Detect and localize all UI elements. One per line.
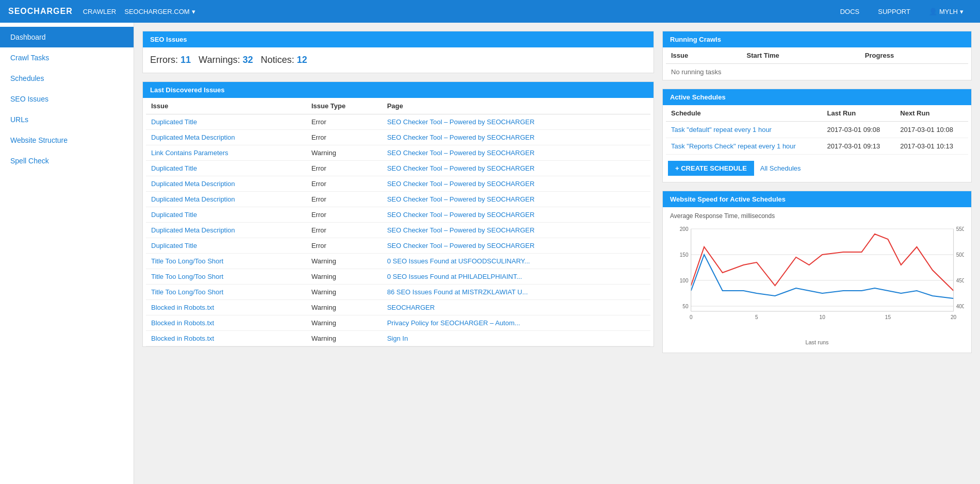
table-row: Duplicated Meta Description Error SEO Ch… <box>146 223 650 238</box>
sidebar-item-website-structure[interactable]: Website Structure <box>0 130 134 151</box>
chevron-down-icon: ▾ <box>960 8 963 15</box>
last-discovered-header: Last Discovered Issues <box>143 82 654 98</box>
issue-type: Error <box>306 176 382 192</box>
schedule-name: Task "default" repeat every 1 hour <box>666 122 822 138</box>
issue-page: SEO Checker Tool – Powered by SEOCHARGER <box>382 223 650 238</box>
schedule-name: Task "Reports Check" repeat every 1 hour <box>666 138 822 155</box>
chart-title: Average Response Time, milliseconds <box>670 212 964 220</box>
sidebar-item-seo-issues[interactable]: SEO Issues <box>0 89 134 109</box>
table-row: Blocked in Robots.txt Warning SEOCHARGER <box>146 300 650 315</box>
svg-text:200: 200 <box>680 226 689 232</box>
svg-text:10: 10 <box>820 314 826 320</box>
schedule-last-run: 2017-03-01 09:08 <box>822 122 895 138</box>
table-row: Duplicated Title Error SEO Checker Tool … <box>146 207 650 223</box>
issue-name: Duplicated Meta Description <box>146 130 306 145</box>
sidebar-item-urls[interactable]: URLs <box>0 109 134 130</box>
table-row: Blocked in Robots.txt Warning Privacy Po… <box>146 315 650 331</box>
issue-page: SEO Checker Tool – Powered by SEOCHARGER <box>382 238 650 254</box>
nav-crawler[interactable]: CRAWLER <box>83 8 117 15</box>
website-speed-panel: Website Speed for Active Schedules Avera… <box>662 191 972 353</box>
warnings-label: Warnings: <box>199 55 240 65</box>
seo-issues-header: SEO Issues <box>143 31 654 47</box>
issue-name: Title Too Long/Too Short <box>146 254 306 269</box>
nav-docs[interactable]: DOCS <box>840 8 860 15</box>
sched-col-last-run: Last Run <box>822 105 895 122</box>
chevron-down-icon: ▾ <box>192 8 195 15</box>
issue-type: Error <box>306 130 382 145</box>
crawls-table: Issue Start Time Progress No running tas… <box>666 47 968 80</box>
sched-col-schedule: Schedule <box>666 105 822 122</box>
running-crawls-panel: Running Crawls Issue Start Time Progress <box>662 31 972 80</box>
chart-container: Average Response Time, milliseconds 200 … <box>663 207 971 353</box>
table-row: No running tasks <box>666 64 968 80</box>
table-row: Duplicated Title Error SEO Checker Tool … <box>146 161 650 176</box>
issue-page: 86 SEO Issues Found at MISTRZKLAWIAT U..… <box>382 285 650 300</box>
main-content: SEO Issues Errors: 11 Warnings: 32 Notic… <box>134 23 980 484</box>
issue-name: Duplicated Title <box>146 238 306 254</box>
svg-text:15: 15 <box>885 314 891 320</box>
schedule-actions: + CREATE SCHEDULE All Schedules <box>663 155 971 182</box>
nav-domain[interactable]: SEOCHARGER.COM ▾ <box>124 8 195 15</box>
issue-page: SEO Checker Tool – Powered by SEOCHARGER <box>382 192 650 207</box>
user-icon: 👤 <box>929 8 937 15</box>
svg-text:150: 150 <box>680 252 689 258</box>
svg-text:50: 50 <box>682 304 689 309</box>
notices-count: 12 <box>297 55 307 65</box>
create-schedule-button[interactable]: + CREATE SCHEDULE <box>668 161 754 176</box>
svg-text:500: 500 <box>956 252 964 258</box>
issue-name: Blocked in Robots.txt <box>146 315 306 331</box>
issue-type: Warning <box>306 285 382 300</box>
issue-type: Error <box>306 223 382 238</box>
issue-page: SEO Checker Tool – Powered by SEOCHARGER <box>382 145 650 161</box>
nav-support[interactable]: SUPPORT <box>878 8 910 15</box>
table-row: Blocked in Robots.txt Warning Sign In <box>146 331 650 346</box>
errors-count: 11 <box>181 55 191 65</box>
crawls-col-start: Start Time <box>742 47 860 64</box>
svg-text:550: 550 <box>956 226 964 232</box>
issue-page: Sign In <box>382 331 650 346</box>
issue-name: Duplicated Meta Description <box>146 223 306 238</box>
issue-name: Title Too Long/Too Short <box>146 269 306 285</box>
svg-text:20: 20 <box>951 314 957 320</box>
chart-x-axis-label: Last runs <box>670 339 964 345</box>
table-row: Task "Reports Check" repeat every 1 hour… <box>666 138 968 155</box>
table-row: Duplicated Title Error SEO Checker Tool … <box>146 238 650 254</box>
table-row: Task "default" repeat every 1 hour 2017-… <box>666 122 968 138</box>
schedule-last-run: 2017-03-01 09:13 <box>822 138 895 155</box>
issue-name: Duplicated Meta Description <box>146 192 306 207</box>
website-speed-header: Website Speed for Active Schedules <box>663 191 971 207</box>
last-discovered-panel: Last Discovered Issues Issue Issue Type … <box>142 81 654 347</box>
table-row: Duplicated Meta Description Error SEO Ch… <box>146 130 650 145</box>
sidebar-item-crawl-tasks[interactable]: Crawl Tasks <box>0 47 134 68</box>
svg-text:100: 100 <box>680 278 689 283</box>
table-row: Title Too Long/Too Short Warning 0 SEO I… <box>146 254 650 269</box>
issue-page: SEOCHARGER <box>382 300 650 315</box>
table-row: Duplicated Meta Description Error SEO Ch… <box>146 176 650 192</box>
sidebar-item-schedules[interactable]: Schedules <box>0 68 134 89</box>
svg-text:400: 400 <box>956 304 964 309</box>
issue-type: Error <box>306 114 382 130</box>
right-column: Running Crawls Issue Start Time Progress <box>662 31 972 476</box>
table-row: Duplicated Meta Description Error SEO Ch… <box>146 192 650 207</box>
issue-name: Link Contains Parameters <box>146 145 306 161</box>
issue-type: Error <box>306 207 382 223</box>
brand-logo: SEOCHARGER <box>8 7 73 16</box>
sidebar-item-spell-check[interactable]: Spell Check <box>0 151 134 171</box>
issues-table: Issue Issue Type Page Duplicated Title E… <box>146 98 650 346</box>
left-column: SEO Issues Errors: 11 Warnings: 32 Notic… <box>142 31 654 476</box>
schedule-next-run: 2017-03-01 10:13 <box>895 138 968 155</box>
running-crawls-header: Running Crawls <box>663 31 971 47</box>
notices-label: Notices: <box>260 55 294 65</box>
crawls-col-issue: Issue <box>666 47 742 64</box>
issue-page: SEO Checker Tool – Powered by SEOCHARGER <box>382 176 650 192</box>
issue-type: Error <box>306 161 382 176</box>
chart-svg: 200 150 100 50 550 500 450 400 0 5 <box>670 224 964 337</box>
top-navigation: SEOCHARGER CRAWLER SEOCHARGER.COM ▾ DOCS… <box>0 0 980 23</box>
seo-issues-panel: SEO Issues Errors: 11 Warnings: 32 Notic… <box>142 31 654 73</box>
nav-user[interactable]: 👤 MYLH ▾ <box>929 8 963 15</box>
svg-text:0: 0 <box>690 314 693 320</box>
all-schedules-link[interactable]: All Schedules <box>760 164 801 172</box>
issue-type: Error <box>306 192 382 207</box>
issue-type: Error <box>306 238 382 254</box>
sidebar-item-dashboard[interactable]: Dashboard <box>0 27 134 47</box>
